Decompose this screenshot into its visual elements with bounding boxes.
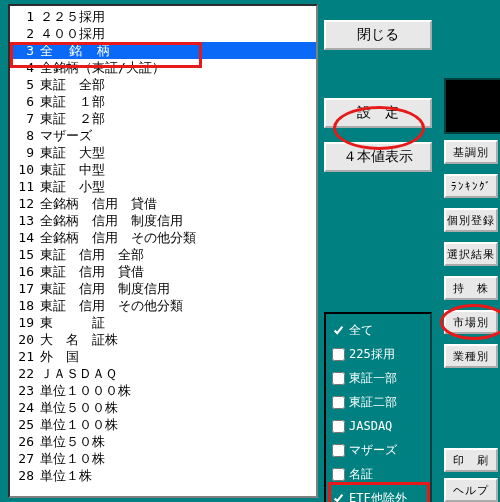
list-item-label: ＪＡＳＤＡＱ — [40, 365, 117, 382]
list-item-number: 9 — [14, 144, 40, 161]
list-item-number: 25 — [14, 416, 40, 433]
filter-check-row[interactable]: JASDAQ — [332, 414, 426, 438]
filter-check-panel: 全て225採用東証一部東証二部JASDAQマザーズ名証ETF他除外 — [324, 312, 432, 502]
filter-checkbox[interactable] — [332, 348, 345, 361]
list-item[interactable]: 4全銘柄（東証/大証） — [10, 59, 316, 76]
list-item-label: 単位１００株 — [40, 416, 118, 433]
list-item-label: 全銘柄（東証/大証） — [40, 59, 165, 76]
mid-button-column: 閉じる 設 定 ４本値表示 — [324, 4, 432, 176]
filter-check-row[interactable]: 全て — [332, 318, 426, 342]
list-item[interactable]: 24単位５００株 — [10, 399, 316, 416]
list-item[interactable]: 6東証 １部 — [10, 93, 316, 110]
list-item-number: 3 — [14, 42, 40, 59]
list-item-number: 24 — [14, 399, 40, 416]
list-item[interactable]: 7東証 ２部 — [10, 110, 316, 127]
list-item[interactable]: 18東証 信用 その他分類 — [10, 297, 316, 314]
list-item[interactable]: 22ＪＡＳＤＡＱ — [10, 365, 316, 382]
list-item-label: 東証 ２部 — [40, 110, 105, 127]
four-values-button[interactable]: ４本値表示 — [324, 142, 432, 172]
list-item[interactable]: 16東証 信用 貸借 — [10, 263, 316, 280]
list-item[interactable]: 21外 国 — [10, 348, 316, 365]
filter-checkbox[interactable] — [332, 444, 345, 457]
side-btn-ji-kabu[interactable]: 持 株 — [444, 276, 498, 300]
list-item[interactable]: 3全 銘 柄 — [10, 42, 316, 59]
list-item-label: マザーズ — [40, 127, 92, 144]
side-btn-shijou[interactable]: 市場別 — [444, 310, 498, 334]
list-item-label: 全 銘 柄 — [40, 42, 110, 59]
list-item-label: 東証 信用 その他分類 — [40, 297, 183, 314]
side-btn-kobetsu[interactable]: 個別登録 — [444, 208, 498, 232]
list-item[interactable]: 15東証 信用 全部 — [10, 246, 316, 263]
list-item[interactable]: 11東証 小型 — [10, 178, 316, 195]
filter-checkbox[interactable] — [332, 324, 345, 337]
side-btn-insatsu[interactable]: 印 刷 — [444, 448, 498, 472]
list-item[interactable]: 20大 名 証株 — [10, 331, 316, 348]
list-item-label: 単位５０株 — [40, 433, 105, 450]
list-item-label: 全銘柄 信用 制度信用 — [40, 212, 183, 229]
list-item[interactable]: 12全銘柄 信用 貸借 — [10, 195, 316, 212]
filter-check-row[interactable]: 東証二部 — [332, 390, 426, 414]
list-item-number: 14 — [14, 229, 40, 246]
filter-check-row[interactable]: 225採用 — [332, 342, 426, 366]
list-item-number: 17 — [14, 280, 40, 297]
list-item-number: 26 — [14, 433, 40, 450]
list-item[interactable]: 2４００採用 — [10, 25, 316, 42]
list-item[interactable]: 8マザーズ — [10, 127, 316, 144]
list-item[interactable]: 25単位１００株 — [10, 416, 316, 433]
filter-checkbox[interactable] — [332, 420, 345, 433]
filter-checkbox[interactable] — [332, 396, 345, 409]
list-item-number: 23 — [14, 382, 40, 399]
list-item[interactable]: 10東証 中型 — [10, 161, 316, 178]
side-btn-help[interactable]: ヘルプ — [444, 478, 498, 502]
filter-check-row[interactable]: 東証一部 — [332, 366, 426, 390]
filter-check-label: 225採用 — [349, 346, 395, 363]
filter-check-row[interactable]: マザーズ — [332, 438, 426, 462]
list-item-label: ２２５採用 — [40, 8, 105, 25]
list-item[interactable]: 19東 証 — [10, 314, 316, 331]
list-item-number: 2 — [14, 25, 40, 42]
list-item[interactable]: 5東証 全部 — [10, 76, 316, 93]
filter-checkbox[interactable] — [332, 372, 345, 385]
list-item[interactable]: 9東証 大型 — [10, 144, 316, 161]
settings-button[interactable]: 設 定 — [324, 98, 432, 128]
list-item[interactable]: 13全銘柄 信用 制度信用 — [10, 212, 316, 229]
filter-check-row[interactable]: ETF他除外 — [332, 486, 426, 502]
list-item-number: 11 — [14, 178, 40, 195]
filter-check-row[interactable]: 名証 — [332, 462, 426, 486]
list-item-label: 単位１株 — [40, 467, 92, 484]
filter-check-label: 全て — [349, 322, 373, 339]
filter-check-label: ETF他除外 — [349, 490, 407, 503]
list-item[interactable]: 28単位１株 — [10, 467, 316, 484]
list-item-number: 1 — [14, 8, 40, 25]
list-item[interactable]: 27単位１０株 — [10, 450, 316, 467]
list-item-label: 東証 大型 — [40, 144, 105, 161]
side-btn-sentaku[interactable]: 選択結果 — [444, 242, 498, 266]
list-item-number: 10 — [14, 161, 40, 178]
list-item[interactable]: 1２２５採用 — [10, 8, 316, 25]
list-item-number: 16 — [14, 263, 40, 280]
list-item-label: 東証 小型 — [40, 178, 105, 195]
list-item-number: 20 — [14, 331, 40, 348]
side-btn-ranking[interactable]: ﾗﾝｷﾝｸﾞ — [444, 174, 498, 198]
list-item-number: 22 — [14, 365, 40, 382]
list-item-label: 東証 信用 貸借 — [40, 263, 144, 280]
side-btn-kichou[interactable]: 基調別 — [444, 140, 498, 164]
list-item-number: 18 — [14, 297, 40, 314]
market-list-panel: 1２２５採用2４００採用3全 銘 柄4全銘柄（東証/大証）5東証 全部6東証 １… — [8, 4, 318, 498]
list-item-number: 27 — [14, 450, 40, 467]
list-item-label: 大 名 証株 — [40, 331, 118, 348]
list-item-label: 単位１０００株 — [40, 382, 131, 399]
list-item-label: 単位５００株 — [40, 399, 118, 416]
filter-checkbox[interactable] — [332, 468, 345, 481]
list-item-number: 28 — [14, 467, 40, 484]
list-item-number: 7 — [14, 110, 40, 127]
close-button[interactable]: 閉じる — [324, 20, 432, 50]
filter-checkbox[interactable] — [332, 492, 345, 503]
list-item[interactable]: 26単位５０株 — [10, 433, 316, 450]
list-item[interactable]: 14全銘柄 信用 その他分類 — [10, 229, 316, 246]
side-btn-gyoushu[interactable]: 業種別 — [444, 344, 498, 368]
list-item[interactable]: 17東証 信用 制度信用 — [10, 280, 316, 297]
list-item-number: 13 — [14, 212, 40, 229]
list-item[interactable]: 23単位１０００株 — [10, 382, 316, 399]
list-item-label: 全銘柄 信用 貸借 — [40, 195, 157, 212]
